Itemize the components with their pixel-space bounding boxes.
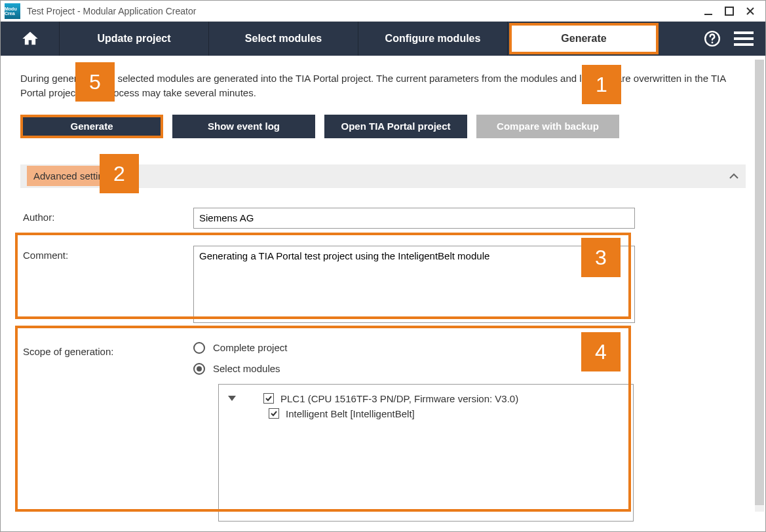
minimize-button[interactable] — [702, 5, 714, 17]
hamburger-menu-icon[interactable] — [734, 31, 754, 46]
tab-configure-modules[interactable]: Configure modules — [358, 22, 508, 56]
radio-icon-selected — [193, 363, 205, 375]
tab-generate[interactable]: Generate — [509, 23, 659, 54]
titlebar: Modu Crea Test Project - Modular Applica… — [1, 1, 765, 22]
help-icon[interactable] — [704, 30, 721, 47]
open-tia-portal-button[interactable]: Open TIA Portal project — [324, 115, 467, 138]
scope-label: Scope of generation: — [23, 342, 193, 357]
svg-rect-6 — [734, 43, 754, 46]
svg-rect-5 — [734, 37, 754, 40]
app-logo: Modu Crea — [5, 3, 20, 19]
comment-textarea[interactable] — [193, 246, 635, 323]
tree-row-module[interactable]: Intelligent Belt [IntelligentBelt] — [228, 406, 624, 421]
close-button[interactable] — [744, 5, 756, 17]
radio-select-modules[interactable]: Select modules — [193, 363, 743, 375]
checkbox-module[interactable] — [269, 408, 279, 419]
callout-4: 4 — [581, 332, 621, 371]
show-event-log-button[interactable]: Show event log — [172, 115, 315, 138]
main-content: During generation the selected modules a… — [1, 56, 765, 531]
action-button-row: Generate Show event log Open TIA Portal … — [20, 115, 746, 138]
compare-backup-button: Compare with backup — [476, 115, 619, 138]
svg-rect-0 — [704, 14, 712, 15]
tree-label-plc: PLC1 (CPU 1516TF-3 PN/DP, Firmware versi… — [280, 393, 518, 404]
radio-complete-project[interactable]: Complete project — [193, 342, 743, 354]
checkbox-plc[interactable] — [263, 393, 274, 404]
navbar: Update project Select modules Configure … — [1, 22, 765, 56]
callout-2: 2 — [100, 154, 139, 193]
chevron-up-icon — [729, 171, 739, 181]
tab-select-modules[interactable]: Select modules — [209, 22, 358, 56]
callout-3: 3 — [581, 238, 621, 277]
svg-point-3 — [712, 42, 714, 44]
window-title: Test Project - Modular Application Creat… — [27, 6, 196, 16]
settings-form: Author: Comment: Scope of generation: Co… — [20, 208, 746, 528]
tree-collapse-icon[interactable] — [228, 396, 236, 401]
window-controls — [702, 5, 761, 17]
tree-label-module: Intelligent Belt [IntelligentBelt] — [286, 408, 415, 419]
page-description: During generation the selected modules a… — [20, 71, 746, 100]
svg-rect-4 — [734, 31, 754, 34]
author-label: Author: — [23, 208, 193, 223]
home-button[interactable] — [1, 22, 60, 56]
radio-label: Select modules — [213, 363, 280, 374]
radio-icon — [193, 342, 205, 354]
tree-row-plc[interactable]: PLC1 (CPU 1516TF-3 PN/DP, Firmware versi… — [228, 391, 624, 406]
module-tree[interactable]: PLC1 (CPU 1516TF-3 PN/DP, Firmware versi… — [218, 384, 634, 522]
radio-label: Complete project — [213, 342, 287, 353]
callout-5: 5 — [75, 62, 115, 102]
maximize-button[interactable] — [723, 5, 735, 17]
generate-button[interactable]: Generate — [20, 115, 163, 138]
callout-1: 1 — [582, 65, 621, 104]
tab-update-project[interactable]: Update project — [60, 22, 209, 56]
comment-label: Comment: — [23, 246, 193, 261]
home-icon — [21, 29, 39, 48]
svg-rect-1 — [725, 7, 733, 15]
author-input[interactable] — [193, 208, 635, 229]
